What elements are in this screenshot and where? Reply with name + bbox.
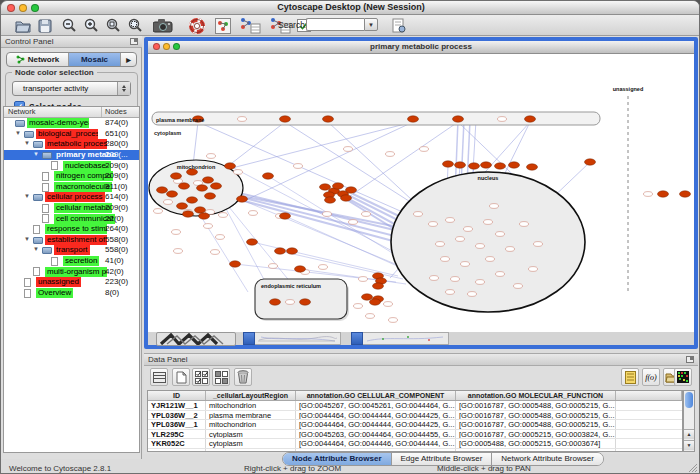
table-cell[interactable]: [GO:0044464, GO:0044446, GO:0044444, G..… <box>296 439 456 448</box>
node-label-oval[interactable] <box>249 211 258 216</box>
table-cell[interactable]: mitochondrion <box>206 420 296 429</box>
node-label-oval[interactable] <box>323 212 332 217</box>
node-attribute-table[interactable]: ID_cellularLayoutRegionannotation.GO CEL… <box>147 390 683 452</box>
nucleus-region[interactable] <box>391 172 585 312</box>
table-cell[interactable]: [GO:0045263, GO:0044464, GO:0044455, G..… <box>296 430 456 439</box>
node-label-oval[interactable] <box>174 249 183 254</box>
node-label-oval[interactable] <box>286 300 295 305</box>
network-node[interactable] <box>469 163 480 169</box>
tree-row-unassigned[interactable]: unassigned223(0) <box>4 277 139 288</box>
network-node[interactable] <box>341 195 352 201</box>
network-node[interactable] <box>300 299 311 305</box>
node-label-oval[interactable] <box>164 200 173 205</box>
network-node[interactable] <box>373 283 384 289</box>
delete-attribute-trash-icon[interactable] <box>234 368 252 386</box>
network-node[interactable] <box>247 239 258 245</box>
network-node[interactable] <box>370 299 381 305</box>
tree-expand-icon[interactable]: ▼ <box>24 236 30 242</box>
node-label-oval[interactable] <box>441 257 450 262</box>
table-cell[interactable]: mitochondrion <box>206 401 296 410</box>
network-node[interactable] <box>157 187 168 193</box>
column-header[interactable] <box>616 391 682 400</box>
minimized-view-thumb[interactable] <box>243 332 341 345</box>
table-cell[interactable] <box>616 449 682 452</box>
node-label-oval[interactable] <box>344 147 353 152</box>
node-label-oval[interactable] <box>172 230 181 235</box>
table-cell[interactable]: plasma membrane <box>206 411 296 420</box>
node-label-oval[interactable] <box>234 170 243 175</box>
tree-row-nitrogen-compo[interactable]: nitrogen compo209(0) <box>4 171 139 182</box>
table-cell[interactable] <box>616 411 682 420</box>
minimize-window-button[interactable] <box>19 4 27 12</box>
table-cell[interactable] <box>616 420 682 429</box>
node-label-oval[interactable] <box>238 117 247 122</box>
resize-grip[interactable] <box>688 463 698 473</box>
table-cell[interactable]: cytoplasm <box>206 439 296 448</box>
node-label-oval[interactable] <box>451 277 460 282</box>
tree-row-cellular-process[interactable]: ▼cellular process614(0) <box>4 192 139 203</box>
node-label-oval[interactable] <box>389 318 398 323</box>
tree-row-biological-process[interactable]: ▼biological_process651(0) <box>4 129 139 140</box>
table-cell[interactable]: [GO:0044464, GO:0044444, GO:0044425, G..… <box>296 411 456 420</box>
zoom-out-icon[interactable] <box>59 16 78 35</box>
tree-row-mosaic-demo-yeast[interactable]: mosaic-demo-yeast874(0) <box>4 118 139 129</box>
node-label-oval[interactable] <box>468 292 477 297</box>
table-cell[interactable]: [GO:0044464, GO:0044444, GO:0044425, G..… <box>296 420 456 429</box>
node-label-oval[interactable] <box>446 218 455 223</box>
node-color-dropdown[interactable]: transporter activity <box>12 81 131 96</box>
vizmapper-nodes-icon[interactable] <box>237 16 263 35</box>
node-label-oval[interactable] <box>216 235 225 240</box>
minimized-view-thumb[interactable] <box>351 332 449 345</box>
node-label-oval[interactable] <box>498 117 507 122</box>
network-canvas[interactable]: plasma membrane cytoplasm mitochondrion … <box>148 54 694 332</box>
tree-row-transport[interactable]: ▼transport558(0) <box>4 245 139 256</box>
column-header[interactable]: annotation.GO MOLECULAR_FUNCTION <box>456 391 616 400</box>
tree-row-response-to-stimulu[interactable]: response to stimulu264(0) <box>4 224 139 235</box>
close-window-button[interactable] <box>7 4 15 12</box>
node-label-oval[interactable] <box>204 224 213 229</box>
unselect-attributes-icon[interactable] <box>212 368 230 386</box>
network-node[interactable] <box>481 162 492 168</box>
network-node[interactable] <box>167 191 178 197</box>
zoom-window-button[interactable] <box>31 4 39 12</box>
network-overview-icon[interactable] <box>213 16 232 35</box>
scroll-up-button[interactable]: ▲ <box>684 429 694 439</box>
node-label-oval[interactable] <box>476 280 485 285</box>
network-node[interactable] <box>280 213 291 219</box>
network-node[interactable] <box>527 164 538 170</box>
network-node[interactable] <box>287 248 298 254</box>
network-node[interactable] <box>197 185 208 191</box>
node-label-oval[interactable] <box>349 220 358 225</box>
tree-row-metabolic-process[interactable]: ▼metabolic process280(0) <box>4 139 139 150</box>
table-cell[interactable]: [GO:0045267, GO:0045261, GO:0044464, G..… <box>296 401 456 410</box>
scroll-down-button[interactable]: ▼ <box>684 440 694 450</box>
table-cell[interactable]: YPL036W__1 <box>148 420 206 429</box>
table-cell[interactable]: [GO:0016787, GO:0005488, GO:0005215, G..… <box>456 420 616 429</box>
node-label-oval[interactable] <box>362 212 371 217</box>
network-view-titlebar[interactable]: primary metabolic process <box>148 41 694 54</box>
minimized-view-icon[interactable] <box>156 332 236 346</box>
scrollbar-thumb[interactable] <box>685 392 693 408</box>
table-cell[interactable]: [GO:0016787, GO:0005488, GO:0005215, G..… <box>456 401 616 410</box>
network-node[interactable] <box>453 116 464 122</box>
tree-row-cell-communicat[interactable]: cell communicat22(0) <box>4 213 139 224</box>
attribute-table-icon[interactable] <box>150 368 168 386</box>
node-label-oval[interactable] <box>644 192 653 197</box>
node-label-oval[interactable] <box>366 314 375 319</box>
node-label-oval[interactable] <box>386 152 395 157</box>
table-scrollbar[interactable]: ▲ ▼ <box>683 390 695 452</box>
network-edge[interactable] <box>252 242 398 276</box>
node-label-oval[interactable] <box>219 213 228 218</box>
node-label-oval[interactable] <box>534 242 543 247</box>
table-cell[interactable]: mitochondrion <box>206 449 296 452</box>
network-node[interactable] <box>263 173 274 179</box>
node-label-oval[interactable] <box>484 220 493 225</box>
table-cell[interactable]: [GO:0016787, GO:0005488, GO:0005215, G..… <box>456 411 616 420</box>
network-node[interactable] <box>323 116 334 122</box>
tree-row-multi-organism-pro[interactable]: multi-organism pro42(0) <box>4 266 139 277</box>
node-label-oval[interactable] <box>319 265 328 270</box>
table-row[interactable]: YJR121W__1mitochondrion[GO:0045267, GO:0… <box>148 401 682 411</box>
search-options-icon[interactable] <box>389 16 408 35</box>
zoom-in-icon[interactable] <box>81 16 100 35</box>
zoom-selected-icon[interactable] <box>125 16 144 35</box>
